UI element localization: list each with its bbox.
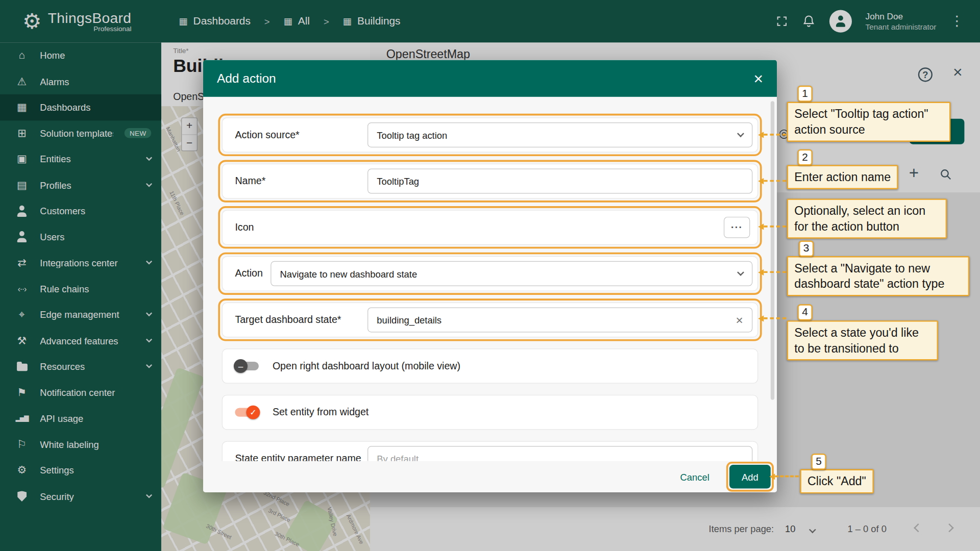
chevron-down-icon: [737, 269, 744, 276]
action-label: Action: [235, 268, 271, 279]
name-row: Name* TooltipTag: [222, 164, 758, 199]
action-select[interactable]: Navigate to new dashboard state: [271, 261, 752, 286]
set-entity-row: ✓ Set entity from widget: [222, 395, 758, 430]
mobile-layout-label: Open right dashboard layout (mobile view…: [273, 361, 460, 372]
action-source-value: Tooltip tag action: [377, 130, 447, 140]
callout-add: Click "Add": [800, 469, 873, 494]
action-source-select[interactable]: Tooltip tag action: [368, 122, 752, 147]
target-state-label: Target dashboard state*: [235, 314, 368, 325]
mobile-layout-toggle[interactable]: –: [235, 359, 259, 373]
close-icon[interactable]: ×: [754, 70, 764, 87]
toggle-knob: ✓: [246, 406, 260, 419]
connector-line: [764, 271, 786, 273]
callout-icon: Optionally, select an icon for the actio…: [787, 198, 947, 239]
name-input[interactable]: TooltipTag: [368, 169, 752, 194]
clear-icon[interactable]: ×: [736, 314, 743, 326]
target-state-row: Target dashboard state* building_details…: [222, 303, 758, 338]
connector-line: [764, 226, 786, 228]
toggle-knob: –: [234, 359, 248, 373]
dialog-header: Add action ×: [203, 60, 777, 97]
mobile-layout-row: – Open right dashboard layout (mobile vi…: [222, 348, 758, 384]
dialog-scrollbar[interactable]: [771, 101, 774, 399]
select-icon-button[interactable]: ···: [724, 217, 750, 238]
action-row: Action Navigate to new dashboard state: [222, 256, 758, 291]
dialog-body: Action source* Tooltip tag action Name* …: [222, 97, 758, 492]
cancel-button[interactable]: Cancel: [673, 466, 717, 487]
set-entity-toggle[interactable]: ✓: [235, 406, 259, 419]
callout-action-name: Enter action name: [787, 165, 898, 189]
app-viewport: ⚙ ThingsBoard Professional ▦ Dashboards …: [0, 0, 980, 551]
chevron-down-icon: [737, 130, 744, 137]
step-badge-4: 4: [797, 304, 812, 320]
name-label: Name*: [235, 176, 368, 187]
callout-action-type: Select a "Navigate to new dashboard stat…: [787, 256, 970, 296]
name-value: TooltipTag: [377, 176, 419, 187]
action-value: Navigate to new dashboard state: [280, 268, 418, 279]
dialog-footer: Cancel Add: [203, 461, 777, 492]
callout-action-source: Select "Tooltip tag action" action sourc…: [787, 102, 951, 142]
add-button-label: Add: [742, 471, 758, 482]
action-source-label: Action source*: [235, 129, 368, 140]
connector-line: [764, 134, 786, 136]
add-action-dialog: Add action × Action source* Tooltip tag …: [203, 60, 777, 492]
icon-label: Icon: [235, 222, 724, 233]
step-badge-5: 5: [811, 454, 826, 470]
set-entity-label: Set entity from widget: [273, 407, 369, 418]
callout-target-state: Select a state you'd like to be transiti…: [787, 320, 938, 361]
step-badge-2: 2: [797, 149, 812, 166]
step-badge-1: 1: [797, 86, 812, 102]
target-state-value: building_details: [377, 315, 442, 325]
connector-line: [764, 317, 786, 319]
add-button[interactable]: Add: [729, 465, 771, 489]
target-state-input[interactable]: building_details ×: [368, 307, 752, 332]
connector-line: [775, 475, 799, 478]
icon-row: Icon ···: [222, 210, 758, 245]
connector-line: [764, 180, 786, 182]
dialog-title: Add action: [217, 71, 276, 86]
step-badge-3: 3: [799, 240, 814, 257]
action-source-row: Action source* Tooltip tag action: [222, 117, 758, 153]
